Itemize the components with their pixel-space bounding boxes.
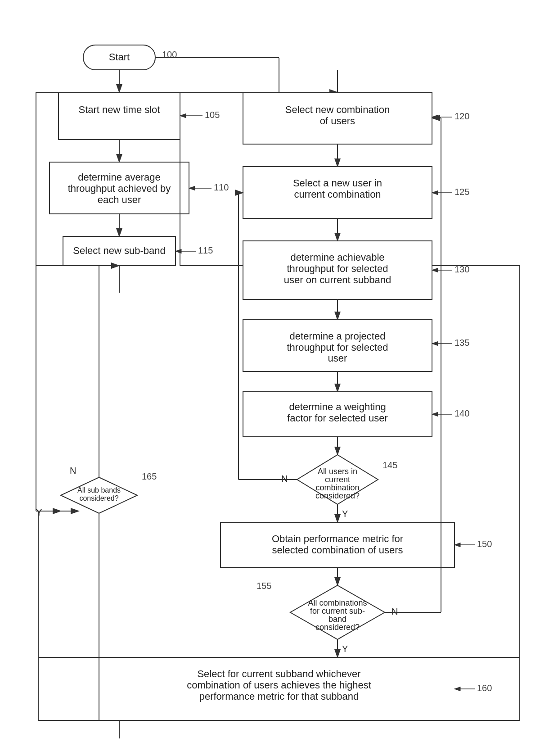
n140-text-1: determine a weighting — [289, 401, 386, 412]
ref-135: 135 — [454, 338, 469, 348]
n120-text-1: Select new combination — [285, 104, 390, 115]
ref-120: 120 — [454, 111, 469, 121]
n165-y-label: Y — [36, 507, 42, 517]
flowchart-diagram: Start 100 Start new time slot 105 determ… — [0, 0, 558, 756]
ref-105: 105 — [205, 110, 220, 120]
n160-text-2: combination of users achieves the highes… — [187, 679, 371, 691]
n115-text: Select new sub-band — [73, 245, 165, 256]
n165-n-label: N — [70, 466, 76, 475]
ref-140: 140 — [454, 408, 469, 418]
n160-text-1: Select for current subband whichever — [197, 668, 360, 679]
n125-text-2: current combination — [294, 189, 381, 200]
n135-text-1: determine a projected — [290, 330, 386, 342]
n130-text-1: determine achievable — [290, 252, 384, 263]
n150-text-1: Obtain performance metric for — [272, 533, 403, 544]
ref-165: 165 — [142, 471, 157, 481]
n125-text-1: Select a new user in — [293, 177, 382, 189]
n110-text-1: determine average — [78, 172, 160, 183]
n155-text-2: for current sub- — [310, 607, 365, 616]
ref-145: 145 — [382, 460, 397, 470]
n155-y-label: Y — [342, 644, 348, 654]
ref-110: 110 — [214, 182, 229, 192]
n165-text-1: All sub bands — [77, 486, 121, 494]
n135-text-2: throughput for selected — [287, 342, 388, 353]
start-label: Start — [109, 51, 130, 63]
ref-155: 155 — [256, 581, 271, 591]
n155-text-1: All combinations — [308, 598, 367, 607]
ref-115: 115 — [198, 245, 213, 255]
n120-text-2: of users — [320, 115, 355, 127]
n130-text-2: throughput for selected — [287, 263, 388, 274]
n145-text-2: current — [325, 475, 350, 484]
ref-150: 150 — [477, 539, 492, 549]
svg-rect-4 — [58, 92, 180, 140]
n155-text-3: band — [328, 615, 346, 624]
n145-y-label: Y — [342, 509, 348, 519]
ref-160: 160 — [477, 683, 492, 693]
n145-text-1: All users in — [318, 467, 357, 476]
n165-text-2: considered? — [79, 494, 118, 502]
n155-n-label: N — [392, 607, 398, 616]
n160-text-3: performance metric for that subband — [199, 691, 359, 702]
n110-text-2: throughput achieved by — [68, 183, 171, 194]
n130-text-3: user on current subband — [284, 274, 392, 285]
n105-text: Start new time slot — [79, 104, 160, 115]
n145-text-4: considered? — [315, 491, 360, 500]
n135-text-3: user — [328, 353, 347, 364]
ref-125: 125 — [454, 187, 469, 197]
n145-text-3: combination — [315, 483, 359, 492]
n145-n-label: N — [281, 474, 288, 484]
n150-text-2: selected combination of users — [272, 544, 403, 556]
n140-text-2: factor for selected user — [287, 412, 388, 424]
n110-text-3: each user — [98, 194, 141, 205]
n155-text-4: considered? — [315, 623, 360, 632]
